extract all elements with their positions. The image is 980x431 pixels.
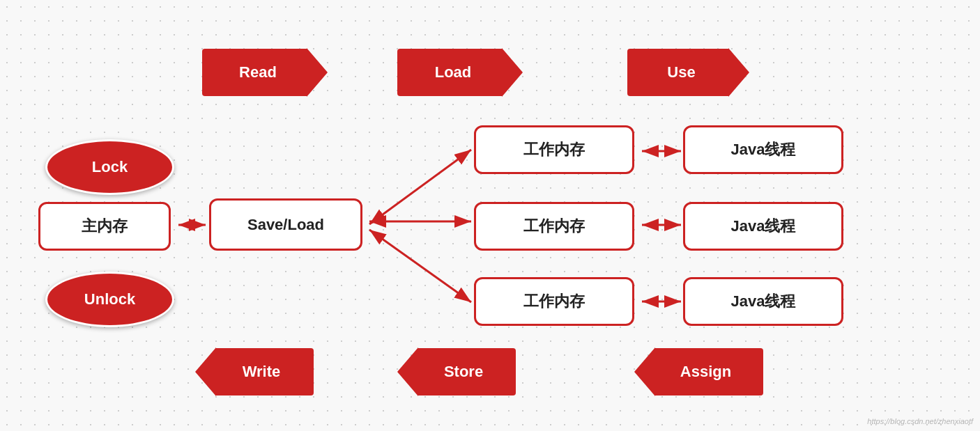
work-mem1-label: 工作内存	[523, 139, 585, 160]
unlock-oval: Unlock	[45, 272, 174, 327]
assign-arrow: Assign	[634, 348, 763, 395]
java-thread3-box: Java线程	[683, 277, 843, 326]
java-thread2-label: Java线程	[731, 216, 796, 237]
use-arrow: Use	[627, 49, 749, 96]
workmem2-thread2-connector	[636, 214, 687, 235]
read-label: Read	[239, 63, 291, 81]
store-arrow: Store	[397, 348, 516, 395]
svg-line-1	[369, 150, 471, 224]
assign-label: Assign	[666, 363, 731, 381]
workmem1-thread1-connector	[636, 141, 687, 162]
store-label: Store	[430, 363, 483, 381]
main-memory-box: 主内存	[38, 202, 171, 251]
workmem3-thread3-connector	[636, 291, 687, 312]
load-label: Load	[435, 63, 486, 81]
unlock-label: Unlock	[84, 290, 135, 308]
java-thread1-label: Java线程	[731, 139, 796, 160]
work-mem1-box: 工作内存	[474, 125, 634, 174]
work-mem3-box: 工作内存	[474, 277, 634, 326]
save-load-box: Save/Load	[209, 198, 362, 251]
main-saveload-connector	[173, 214, 211, 235]
work-mem2-box: 工作内存	[474, 202, 634, 251]
svg-line-3	[369, 230, 471, 302]
load-arrow: Load	[397, 49, 523, 96]
java-thread3-label: Java线程	[731, 291, 796, 312]
saveload-workmem3-connector	[364, 224, 477, 308]
main-memory-label: 主内存	[82, 216, 128, 237]
work-mem3-label: 工作内存	[523, 291, 585, 312]
write-arrow: Write	[195, 348, 314, 395]
lock-oval: Lock	[45, 139, 174, 195]
save-load-label: Save/Load	[247, 216, 324, 234]
work-mem2-label: 工作内存	[523, 216, 585, 237]
lock-label: Lock	[92, 158, 128, 176]
java-thread1-box: Java线程	[683, 125, 843, 174]
watermark: https://blog.csdn.net/zhenxiaotf	[867, 417, 973, 425]
read-arrow: Read	[202, 49, 328, 96]
use-label: Use	[667, 63, 709, 81]
write-label: Write	[229, 363, 281, 381]
java-thread2-box: Java线程	[683, 202, 843, 251]
